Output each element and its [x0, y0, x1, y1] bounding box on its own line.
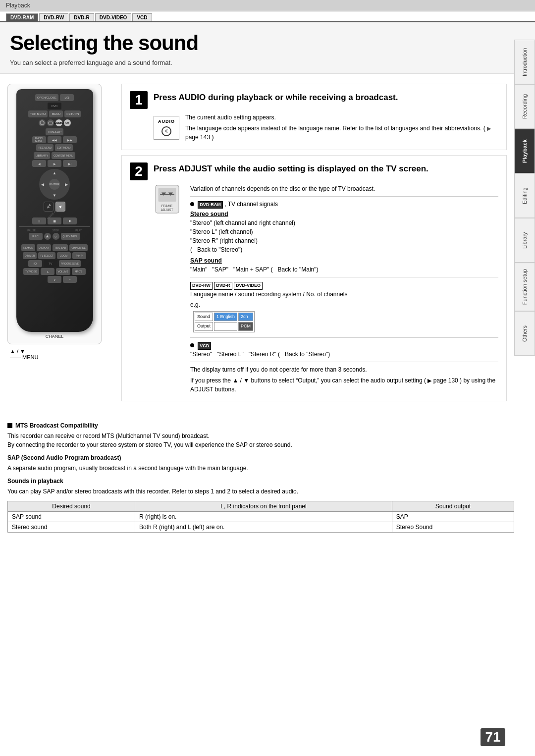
audio-icon-circle: (( — [161, 126, 171, 136]
format-tabs: DVD-RAM DVD-RW DVD-R DVD-VIDEO VCD — [0, 11, 535, 22]
format-tab-dvd-ram[interactable]: DVD-RAM — [6, 13, 38, 21]
remote-circle[interactable]: ○ — [53, 233, 59, 240]
remote-arrow-down[interactable]: ▼ — [53, 193, 56, 198]
tab-editing[interactable]: Editing — [514, 173, 535, 218]
remote-time-bar[interactable]: TIME BAR — [53, 244, 68, 251]
remote-audio[interactable]: AUDIO — [55, 119, 62, 126]
remote-top-menu[interactable]: TOP MENU — [28, 110, 48, 117]
remote-volume[interactable]: VOLUME — [56, 268, 70, 275]
format-tab-vcd[interactable]: VCD — [132, 13, 152, 21]
remote-channel-down[interactable]: ∨ — [48, 276, 61, 283]
remote-dvd-label: DVD — [48, 103, 61, 109]
tab-others[interactable]: Others — [514, 311, 535, 356]
remote-channel-up[interactable]: ∧ — [41, 268, 54, 275]
remote-arrow-right[interactable]: ▶ — [65, 182, 68, 187]
remote-subtitle[interactable] — [47, 119, 54, 126]
step2-title: Press ADJUST while the audio setting is … — [154, 162, 428, 174]
stereo-sound-label: Stereo sound — [190, 210, 498, 218]
vcd-bullet — [190, 343, 194, 347]
remote-library[interactable]: LIBRARY — [34, 152, 51, 159]
tab-library[interactable]: Library — [514, 218, 535, 263]
table-cell-sap-indicator: R (right) is on. — [135, 512, 392, 522]
breadcrumb: Playback — [0, 0, 535, 11]
table-2ch: 2ch — [238, 313, 253, 322]
table-pcm: PCM — [238, 322, 253, 331]
adjust-icon-svg: FRAME ADJUST — [154, 184, 181, 214]
table-cell-sap-desired: SAP sound — [8, 512, 135, 522]
remote-fl-select[interactable]: FL SELECT — [38, 252, 55, 259]
sap-sound-label: SAP sound — [190, 256, 498, 265]
remote-edit-menu[interactable]: EDIT MENU — [55, 144, 72, 151]
step1-number: 1 — [130, 91, 148, 109]
table-header-output: Sound output — [392, 501, 514, 512]
remote-rec-menu[interactable]: REC MENU — [36, 144, 54, 151]
step1-block: 1 Press AUDIO during playback or while r… — [121, 84, 507, 150]
remote-quick-menu[interactable]: QUICK MENU — [61, 233, 81, 240]
language-line: Language name / sound recording system /… — [190, 290, 498, 299]
remote-progressive[interactable]: PROGRESSIVE — [59, 260, 81, 267]
remote-arrow-up[interactable]: ▲ — [53, 171, 56, 175]
tab-introduction[interactable]: Introduction — [514, 40, 535, 84]
remote-ff[interactable]: ▶ — [48, 160, 61, 167]
remote-frame-adj-left[interactable]: ◀◀ — [44, 202, 54, 212]
remote-remain[interactable]: REMAIN — [21, 244, 35, 251]
remote-enter[interactable]: ENTER — [49, 179, 60, 190]
remote-skip-fwd[interactable]: ▶| — [63, 160, 77, 167]
mts-section: MTS Broadcast Compatibility This recorde… — [7, 421, 507, 449]
remote-instant-replay[interactable]: ◀◀ — [48, 136, 61, 143]
remote-arrow-left[interactable]: ◀ — [41, 182, 44, 187]
arrow-indicator: ▲ / ▼ — [10, 348, 111, 354]
remote-easy-navi[interactable]: EASYNAVI — [32, 136, 46, 143]
step2-body: FRAME ADJUST Variation of channels depen… — [154, 184, 498, 394]
mts-icon — [7, 423, 12, 428]
step2-variation: Variation of channels depends on the dis… — [190, 184, 498, 193]
table-cell-stereo-output: Stereo Sound — [392, 522, 514, 533]
format-tab-dvd-rw[interactable]: DVD-RW — [39, 13, 68, 21]
remote-angle[interactable] — [39, 119, 46, 126]
remote-menu[interactable]: MENU — [49, 110, 63, 117]
remote-zoom[interactable]: ZOOM — [57, 252, 71, 259]
remote-dpad[interactable]: ▲ ▼ ◀ ▶ ENTER — [39, 169, 70, 200]
page-subtitle: You can select a preferred language and … — [10, 59, 525, 66]
tv-signals-text: , TV channel signals — [224, 201, 278, 208]
stereo-opt3: "Stereo R" (right channel) — [190, 236, 498, 245]
step2-block: 2 Press ADJUST while the audio setting i… — [121, 155, 507, 402]
format-tab-dvd-r[interactable]: DVD-R — [69, 13, 94, 21]
remote-volume-down[interactable]: − — [63, 276, 77, 283]
mts-title: MTS Broadcast Compatibility — [7, 421, 507, 430]
tab-playback[interactable]: Playback — [514, 129, 535, 173]
remote-dimmer[interactable]: DIMMER — [23, 252, 37, 259]
remote-io2[interactable]: I/O — [28, 260, 42, 267]
remote-tv-video[interactable]: TV/VIDEO — [23, 268, 39, 275]
remote-timeslip[interactable]: TIMESLIP — [46, 128, 63, 135]
remote-channel[interactable]: CH — [64, 119, 71, 126]
remote-instant-skip[interactable]: ▶▶ — [63, 136, 77, 143]
remote-return[interactable]: RETURN — [64, 110, 81, 117]
remote-display[interactable]: DISPLAY — [37, 244, 51, 251]
page-number: 71 — [481, 728, 505, 746]
tab-function-setup[interactable]: Function setup — [514, 263, 535, 311]
remote-star[interactable]: ★ — [44, 233, 51, 240]
sounds-title: Sounds in playback — [7, 477, 507, 486]
step1-page-ref: ▶ — [487, 125, 491, 131]
sap-section: SAP (Second Audio Program broadcast) A s… — [7, 453, 507, 473]
right-panel: 1 Press AUDIO during playback or while r… — [121, 84, 507, 406]
remote-slow[interactable]: ◀ — [32, 160, 46, 167]
remote-open-close[interactable]: OPEN/CLOSE — [35, 94, 58, 101]
channel-label: MTS Broadcast Compatibility CHANEL — [13, 334, 96, 339]
adjust-arrow-icon: ▶ — [428, 378, 431, 383]
tab-recording[interactable]: Recording — [514, 84, 535, 129]
step1-text-line1: The current audio setting appears. — [185, 113, 498, 122]
remote-pip[interactable]: P in P — [72, 252, 86, 259]
remote-tv-label: TV — [44, 260, 57, 267]
remote-play[interactable]: ▶ — [63, 217, 77, 224]
remote-chp-divide[interactable]: CHP DIVIDE — [69, 244, 88, 251]
svg-text:ADJUST: ADJUST — [160, 208, 173, 211]
remote-mfcs[interactable]: MFC'S — [72, 268, 86, 275]
remote-content-menu[interactable]: CONTENT MENU — [52, 152, 75, 159]
format-tab-dvd-video[interactable]: DVD-VIDEO — [95, 13, 132, 21]
sounds-body: You can play SAP and/or stereo broadcast… — [7, 487, 507, 496]
step1-text-line2: The language code appears instead of the… — [185, 124, 498, 142]
remote-io[interactable]: I/O — [60, 94, 74, 101]
table-header-indicators: L, R indicators on the front panel — [135, 501, 392, 512]
